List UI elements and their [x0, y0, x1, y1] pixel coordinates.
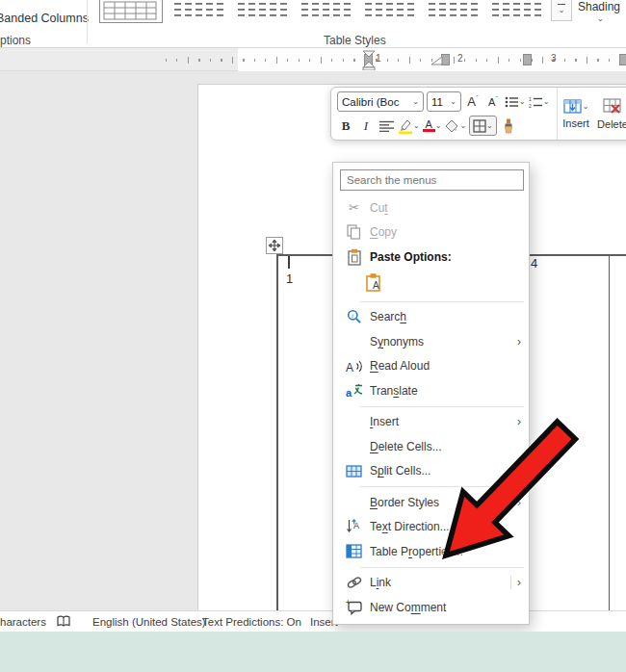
- font-name-value: Calibri (Boc: [342, 96, 399, 108]
- table-style-thumbnail-selected[interactable]: [99, 0, 163, 23]
- menu-item-text-direction[interactable]: AText Direction...: [333, 515, 529, 540]
- menu-item-label: Table Properties...: [370, 545, 521, 558]
- borders-button[interactable]: ⌄: [469, 116, 497, 136]
- table-properties-icon: [343, 543, 365, 559]
- menu-item-delete-cells[interactable]: Delete Cells...: [333, 434, 529, 459]
- highlight-color-button[interactable]: ⌄: [398, 116, 420, 136]
- insert-table-button[interactable]: ⌄ Insert: [558, 88, 594, 140]
- menu-item-label: Text Direction...: [370, 520, 521, 533]
- menu-search-input[interactable]: [340, 169, 524, 191]
- menu-item-label: New Comment: [370, 601, 521, 614]
- ruler-number: 1: [376, 53, 381, 64]
- menu-item-synonyms[interactable]: Synonyms›: [333, 329, 529, 354]
- chevron-right-icon: ›: [517, 335, 521, 349]
- horizontal-ruler[interactable]: 123: [0, 48, 626, 71]
- menu-item-label: Border Styles: [370, 496, 517, 509]
- scissors-icon: ✂: [343, 199, 365, 216]
- chevron-right-icon: ›: [517, 496, 521, 509]
- menu-item-new-comment[interactable]: +New Comment: [333, 595, 529, 620]
- delete-table-label: Delete: [597, 118, 626, 130]
- svg-text:A: A: [373, 280, 379, 291]
- mini-toolbar-table-section: ⌄ Insert Delete: [557, 88, 626, 140]
- status-item[interactable]: haracters: [0, 616, 46, 628]
- banded-columns-checkbox-label[interactable]: Banded Columns: [0, 12, 89, 25]
- table-style-thumbnail[interactable]: [171, 0, 229, 23]
- menu-item-cut[interactable]: ✂Cut: [333, 195, 529, 220]
- svg-text:A: A: [346, 360, 353, 374]
- indent-marker-triangle[interactable]: [430, 56, 443, 66]
- copy-icon: [343, 224, 365, 241]
- svg-text:2: 2: [529, 102, 532, 108]
- status-bar: haractersEnglish (United States)Text Pre…: [0, 610, 626, 632]
- read-aloud-icon: A: [343, 358, 365, 375]
- menu-item-label: Split Cells...: [370, 464, 521, 478]
- menu-item-label: Translate: [370, 384, 521, 398]
- windows-taskbar: Search: [0, 632, 626, 672]
- grow-font-button[interactable]: Aˆ: [464, 91, 482, 112]
- italic-button[interactable]: I: [357, 116, 375, 136]
- menu-item-label: Read Aloud: [370, 359, 521, 373]
- bullets-button[interactable]: ⌄: [505, 91, 526, 112]
- font-color-button[interactable]: A ⌄: [423, 116, 442, 136]
- menu-item-label: Synonyms: [370, 335, 517, 349]
- table-style-thumbnail[interactable]: [489, 0, 547, 23]
- bold-button[interactable]: B: [337, 116, 354, 136]
- table-move-handle[interactable]: [266, 237, 283, 254]
- translate-icon: a: [343, 382, 365, 399]
- chevron-right-icon: ›: [517, 415, 521, 428]
- menu-item-border-styles[interactable]: Border Styles›: [333, 490, 529, 515]
- menu-item-insert[interactable]: Insert›: [333, 410, 529, 435]
- svg-text:1: 1: [529, 96, 532, 102]
- table-cell-4[interactable]: 4: [531, 256, 537, 271]
- format-painter-button[interactable]: [500, 116, 517, 136]
- table-style-thumbnail[interactable]: [426, 0, 483, 23]
- ruler-number: 2: [457, 53, 463, 64]
- menu-item-search[interactable]: iSearch: [333, 305, 529, 330]
- font-name-combo[interactable]: Calibri (Boc ⌄: [337, 91, 424, 112]
- gallery-more-bar: [558, 4, 565, 5]
- text-direction-icon: A: [343, 519, 365, 535]
- svg-text:+: +: [346, 599, 351, 607]
- chevron-right-icon: ›: [517, 576, 521, 589]
- menu-item-table-properties[interactable]: Table Properties...: [333, 539, 529, 564]
- table-style-thumbnail[interactable]: [235, 0, 293, 23]
- shrink-font-button[interactable]: Aˇ: [484, 91, 502, 112]
- indent-marker-hourglass[interactable]: [362, 50, 376, 70]
- align-button[interactable]: [378, 116, 395, 136]
- table-cell-1[interactable]: 1: [286, 271, 293, 286]
- table-style-thumbnail[interactable]: [362, 0, 420, 23]
- status-item[interactable]: Text Predictions: On: [202, 616, 301, 628]
- menu-item-label: Delete Cells...: [370, 440, 521, 453]
- menu-item-paste-options: Paste Options:: [333, 245, 529, 270]
- new-comment-icon: +: [343, 599, 365, 615]
- ribbon-table-design-partial: Banded Columns ptions ⌄ Shading ⌄ Table …: [0, 0, 626, 48]
- menu-item-split-cells[interactable]: Split Cells...: [333, 459, 529, 484]
- proofing-book-icon[interactable]: [56, 614, 71, 629]
- gallery-more-button[interactable]: ⌄: [551, 0, 572, 21]
- shading-bucket-button[interactable]: ⌄: [444, 116, 466, 136]
- table-style-thumbnail[interactable]: [299, 0, 356, 23]
- search-icon: i: [343, 309, 365, 325]
- status-item[interactable]: English (United States): [92, 616, 206, 628]
- menu-item-copy[interactable]: Copy: [333, 220, 529, 246]
- menu-separator: [360, 301, 524, 302]
- table-column-marker[interactable]: [523, 54, 532, 65]
- table-column4-border: [609, 254, 610, 610]
- svg-text:a: a: [346, 387, 352, 399]
- shading-button-label[interactable]: Shading: [578, 0, 620, 13]
- table-column-marker[interactable]: [619, 54, 626, 65]
- insert-table-icon: ⌄: [563, 98, 589, 115]
- ribbon-group-divider: [87, 0, 88, 44]
- menu-item-translate[interactable]: aTranslate: [333, 378, 529, 403]
- delete-table-button[interactable]: Delete: [594, 88, 626, 140]
- ruler-number: 3: [551, 53, 557, 64]
- menu-item-read-aloud[interactable]: ARead Aloud: [333, 354, 529, 379]
- menu-icon-spacer: [343, 333, 365, 349]
- font-size-combo[interactable]: 11 ⌄: [427, 91, 461, 112]
- numbering-button[interactable]: 12 ⌄: [529, 91, 550, 112]
- paste-keep-text-only-button[interactable]: A: [365, 272, 382, 296]
- menu-item-label: Copy: [370, 225, 521, 239]
- font-size-value: 11: [431, 96, 443, 108]
- chevron-down-icon[interactable]: ⌄: [597, 15, 604, 23]
- menu-item-link[interactable]: Link›: [333, 571, 529, 596]
